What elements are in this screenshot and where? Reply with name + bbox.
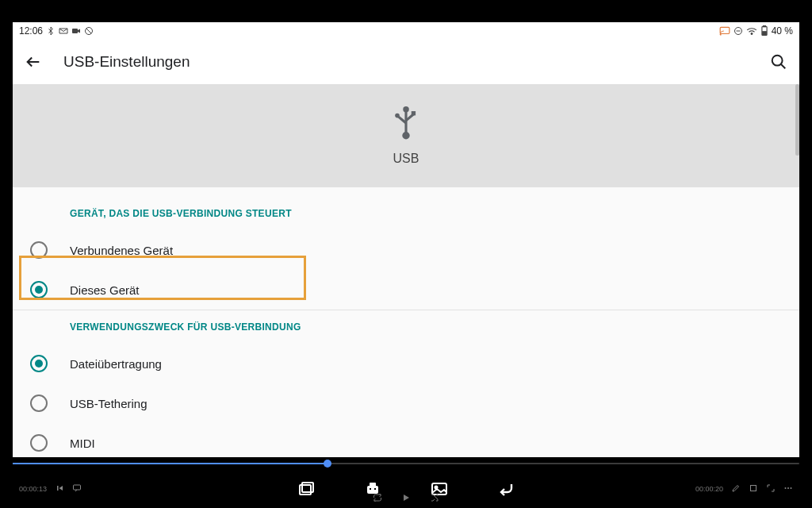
svg-point-5 [751,33,753,35]
svg-rect-8 [762,32,766,35]
controls-left: 00:00:13 [19,483,154,495]
radio-label: Dateiübertragung [70,357,162,371]
camera-icon [71,27,81,35]
svg-rect-15 [74,485,81,490]
svg-rect-2 [720,27,730,33]
radio-label: USB-Tethering [70,397,147,410]
svg-rect-14 [412,111,416,115]
app-bar: USB-Einstellungen [13,40,799,84]
svg-rect-20 [370,488,371,490]
svg-rect-0 [72,29,78,33]
seek-fill [13,463,327,464]
back-nav-button[interactable] [495,478,517,500]
status-bar: 12:06 [13,22,799,40]
status-right: 40 % [719,25,793,37]
hero-label: USB [393,152,419,166]
svg-rect-7 [763,25,765,27]
svg-point-26 [787,487,789,489]
status-left: 12:06 [19,25,94,37]
battery-text: 40 % [772,25,793,37]
seek-bar[interactable] [13,457,799,470]
scrollbar[interactable] [795,84,799,156]
chat-icon[interactable] [72,483,82,495]
app-frame: 12:06 [0,0,812,508]
page-title: USB-Einstellungen [63,53,190,71]
svg-rect-24 [751,486,756,491]
radio-icon [30,394,48,412]
cast-icon [719,26,730,36]
loop-icon[interactable] [372,492,383,503]
edit-icon[interactable] [731,483,741,495]
bluetooth-icon [46,26,56,36]
radio-label: Dieses Gerät [70,283,140,297]
usb-icon [390,106,422,144]
mail-icon [59,26,68,36]
play-icon[interactable] [400,492,412,503]
section-header-controller: GERÄT, DAS DIE USB-VERBINDUNG STEUERT [13,197,799,230]
seek-thumb[interactable] [324,460,331,468]
search-button[interactable] [768,51,790,73]
player-bar: 00:00:13 00:00:20 [13,457,799,508]
svg-rect-21 [374,488,376,490]
radio-icon [30,281,48,298]
crop-icon[interactable] [749,483,758,495]
sub-controls [372,492,440,503]
recent-apps-button[interactable] [295,478,317,500]
radio-icon [30,241,48,259]
svg-point-27 [791,487,792,489]
radio-connected-device[interactable]: Verbundenes Gerät [13,230,799,270]
dnd-icon [733,26,743,36]
radio-label: Verbundenes Gerät [70,244,173,257]
hero-section: USB [13,84,799,187]
shuffle-icon[interactable] [429,492,440,503]
controls-right: 00:00:20 [658,483,793,495]
wifi-icon [746,26,757,36]
back-button[interactable] [22,51,44,73]
device-screen: 12:06 [13,22,799,457]
svg-point-12 [402,132,409,139]
section-header-usage: VERWENDUNGSZWECK FÜR USB-VERBINDUNG [13,310,799,344]
battery-icon [760,25,768,37]
radio-icon [30,434,48,452]
playback-time-right: 00:00:20 [695,485,723,493]
svg-point-9 [772,56,783,66]
radio-icon [30,355,48,372]
svg-point-13 [395,114,400,118]
svg-point-3 [720,34,722,36]
status-time: 12:06 [19,25,43,37]
radio-usb-tethering[interactable]: USB-Tethering [13,383,799,423]
svg-rect-19 [370,483,376,487]
more-icon[interactable] [783,483,793,495]
seek-track [13,463,799,464]
svg-point-25 [785,487,787,489]
sync-off-icon [84,26,94,36]
content-area: GERÄT, DAS DIE USB-VERBINDUNG STEUERT Ve… [13,187,799,457]
radio-label: MIDI [70,437,95,450]
radio-file-transfer[interactable]: Dateiübertragung [13,344,799,383]
radio-this-device[interactable]: Dieses Gerät [13,270,799,310]
prev-icon[interactable] [55,483,64,495]
playback-time-left: 00:00:13 [19,485,47,493]
radio-midi[interactable]: MIDI [13,423,799,457]
fullscreen-icon[interactable] [766,483,776,495]
